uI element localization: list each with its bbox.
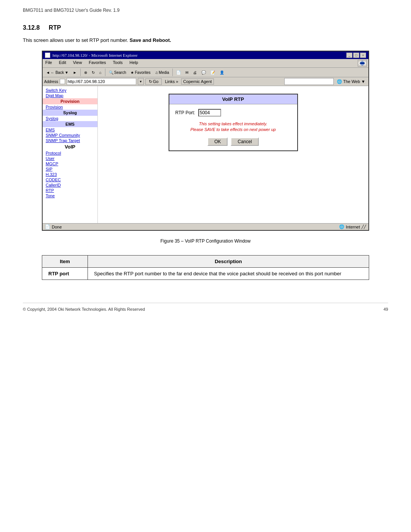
messenger-button[interactable]: 👤	[218, 70, 226, 75]
sidebar-header-syslog: Syslog	[43, 110, 97, 116]
menu-view[interactable]: View	[72, 60, 83, 67]
sidebar-item-mgcp[interactable]: MGCP	[43, 161, 97, 166]
status-right: 🌐 Internet ╱╱	[339, 224, 366, 229]
go-button[interactable]: ↻ Go	[145, 78, 162, 85]
sidebar-item-sip[interactable]: SIP	[43, 166, 97, 172]
sidebar-item-snmptrap[interactable]: SNMP Trap Target	[43, 138, 97, 143]
cancel-button[interactable]: Cancel	[231, 137, 258, 146]
dialog-title: VoIP RTP	[169, 94, 297, 104]
sidebar-item-h323[interactable]: H.323	[43, 172, 97, 177]
ie-logo	[358, 60, 367, 67]
menu-file[interactable]: File	[44, 60, 53, 67]
doc-header-text: BMG7011 and BMG7012 User's Guide Rev. 1.…	[23, 8, 119, 13]
sidebar-header-ems: EMS	[43, 121, 97, 127]
forward-button[interactable]: ►	[71, 70, 79, 75]
back-label: ← Back	[51, 70, 64, 75]
sidebar-item-tone[interactable]: Tone	[43, 193, 97, 198]
sidebar-item-codec[interactable]: CODEC	[43, 177, 97, 182]
table-header-item: Item	[42, 256, 88, 268]
stop-button[interactable]: ⊗	[82, 70, 89, 75]
copernc-button[interactable]: Copernic Agent	[181, 78, 213, 85]
go-label: Go	[153, 79, 159, 84]
address-dropdown[interactable]: ▼	[138, 78, 144, 85]
refresh-button[interactable]: ↻	[90, 70, 97, 75]
browser-title: http://67.104.98.120/ - Microsoft Intern…	[53, 53, 137, 58]
favorites-label: Favorites	[135, 70, 150, 75]
browser-content: Switch Key Digit Map Provision Provision…	[43, 86, 368, 223]
sidebar-item-syslog[interactable]: Syslog	[43, 116, 97, 121]
media-label: Media	[159, 70, 169, 75]
rtp-port-row: RTP Port:	[175, 109, 291, 117]
theweb-button[interactable]: 🌐 The Web ▼	[335, 79, 367, 85]
home-button[interactable]: ⌂	[97, 70, 104, 75]
history-button[interactable]: 📄	[174, 70, 183, 75]
table-header-description: Description	[88, 256, 369, 268]
sidebar-item-rtp[interactable]: RTP	[43, 188, 97, 193]
section-desc: This screen allows user to set RTP port …	[23, 37, 388, 43]
sidebar-item-provision[interactable]: Provision	[43, 104, 97, 110]
favorites-icon: ★	[131, 70, 134, 75]
section-desc-text: This screen allows user to set RTP port …	[23, 37, 128, 43]
sidebar-item-protocol[interactable]: Protocol	[43, 150, 97, 156]
menu-tools[interactable]: Tools	[112, 60, 124, 67]
sidebar-item-digitmap[interactable]: Digit Map	[43, 93, 97, 98]
rtp-port-label: RTP Port:	[175, 110, 195, 115]
notice-line1: This setting takes effect immediately.	[199, 121, 268, 126]
back-button[interactable]: ◄ ← Back ▼	[44, 70, 70, 75]
browser-window: http://67.104.98.120/ - Microsoft Intern…	[42, 51, 369, 231]
menu-favorites[interactable]: Favorites	[88, 60, 107, 67]
media-button[interactable]: ♫ Media	[153, 70, 171, 75]
theweb-label: The Web	[343, 79, 360, 84]
sidebar-item-snmpcommunity[interactable]: SNMP Community	[43, 133, 97, 138]
dialog-notice: This setting takes effect immediately. P…	[175, 121, 291, 133]
discuss-button[interactable]: 💬	[199, 70, 208, 75]
footer-copyright: © Copyright, 2004 Oki Network Technologi…	[23, 307, 145, 312]
sidebar: Switch Key Digit Map Provision Provision…	[43, 86, 98, 223]
mail-button[interactable]: ✉	[183, 70, 190, 75]
section-title: RTP	[49, 24, 61, 31]
sidebar-item-callerid[interactable]: CallerID	[43, 182, 97, 188]
address-input[interactable]	[67, 78, 136, 85]
doc-footer: © Copyright, 2004 Oki Network Technologi…	[23, 303, 388, 312]
ok-button[interactable]: OK	[207, 137, 228, 146]
edit-button[interactable]: 📝	[209, 70, 217, 75]
menu-edit[interactable]: Edit	[58, 60, 67, 67]
footer-page: 49	[384, 307, 388, 312]
search-icon: 🔍	[109, 70, 113, 75]
sidebar-item-switchkey[interactable]: Switch Key	[43, 88, 97, 93]
print-button[interactable]: 🖨	[191, 70, 199, 75]
page-icon: 📄	[45, 224, 50, 229]
search-button[interactable]: 🔍 Search	[107, 70, 128, 75]
separator-2	[105, 69, 105, 76]
separator-3	[172, 69, 173, 76]
favorites-button[interactable]: ★ Favorites	[129, 70, 152, 75]
minimize-button[interactable]: _	[346, 53, 352, 58]
refresh-small-icon: ↻	[149, 79, 152, 84]
section-desc-bold: Save and Reboot.	[130, 37, 171, 43]
status-right-text: Internet	[346, 225, 360, 229]
figure-caption: Figure 35 – VoIP RTP Configuration Windo…	[23, 238, 388, 244]
sidebar-header-provision: Provision	[43, 98, 97, 104]
forward-icon: ►	[73, 70, 77, 75]
window-controls[interactable]: _ □ ×	[346, 53, 366, 58]
sidebar-item-ems[interactable]: EMS	[43, 127, 97, 133]
close-button[interactable]: ×	[360, 53, 366, 58]
search-field[interactable]	[284, 78, 334, 85]
sidebar-item-user[interactable]: User	[43, 156, 97, 161]
voip-rtp-dialog: VoIP RTP RTP Port: This setting takes ef…	[169, 94, 298, 151]
table-cell-description: Specifies the RTP port number to the far…	[88, 268, 369, 280]
menu-help[interactable]: Help	[128, 60, 139, 67]
theweb-dropdown-icon: ▼	[361, 79, 365, 84]
main-content: VoIP RTP RTP Port: This setting takes ef…	[98, 86, 368, 223]
links-label: Links »	[163, 79, 180, 84]
table-cell-item: RTP port	[42, 268, 88, 280]
separator-1	[80, 69, 81, 76]
rtp-port-input[interactable]	[198, 109, 221, 117]
address-page-icon	[60, 79, 65, 84]
dialog-buttons: OK Cancel	[175, 137, 291, 146]
back-icon: ◄	[46, 70, 50, 75]
address-label: Address	[44, 80, 58, 84]
titlebar-left: http://67.104.98.120/ - Microsoft Intern…	[45, 53, 137, 58]
restore-button[interactable]: □	[353, 53, 359, 58]
media-icon: ♫	[155, 70, 158, 75]
